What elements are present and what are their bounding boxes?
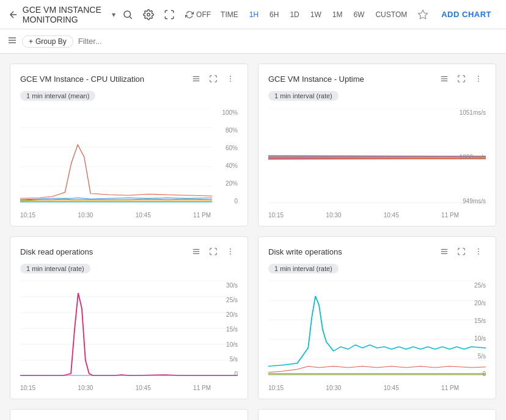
interval-text-disk-read-ops: 1 min interval (rate) (20, 264, 90, 273)
y-labels-cpu: 100% 80% 60% 40% 20% 0 (211, 108, 238, 206)
chart-more-icon-disk-write-ops[interactable] (471, 244, 486, 259)
chart-title-disk-write-ops: Disk write operations (268, 247, 342, 256)
chart-area-uptime: 1051ms/s 1000ms/s 949ms/s (268, 108, 486, 206)
chart-expand-icon-uptime[interactable] (454, 71, 469, 86)
chart-area-cpu: 100% 80% 60% 40% 20% 0 (20, 108, 238, 206)
chart-more-icon-disk-write-bytes[interactable] (471, 417, 486, 420)
chart-expand-icon-disk-write-bytes[interactable] (454, 417, 469, 420)
toolbar-icons (118, 5, 179, 24)
svg-point-45 (478, 253, 479, 255)
svg-point-10 (230, 78, 231, 79)
time-btn-1m[interactable]: 1M (328, 8, 348, 21)
time-btn-custom[interactable]: CUSTOM (370, 8, 412, 21)
filter-input[interactable] (78, 37, 499, 46)
refresh-label: OFF (196, 10, 211, 19)
chart-header-icons-disk-write-ops (437, 244, 486, 259)
svg-point-11 (230, 81, 231, 82)
group-by-button[interactable]: + Group By (22, 35, 73, 48)
x-labels-cpu: 10:15 10:30 10:45 11 PM (20, 212, 238, 219)
chart-area-disk-read-ops: 30/s 25/s 20/s 15/s 10/s 5/s 0 (20, 281, 238, 378)
chart-svg-uptime (268, 108, 486, 206)
chart-card-disk-read-ops: Disk read operations 1 min interval (rat… (10, 236, 248, 399)
time-btn-6w[interactable]: 6W (348, 8, 369, 21)
interval-text-cpu: 1 min interval (mean) (20, 91, 95, 101)
favorite-button[interactable] (413, 5, 433, 24)
chart-header-uptime: GCE VM Instance - Uptime (268, 71, 486, 86)
chart-header-cpu: GCE VM Instance - CPU Utilization (20, 71, 238, 86)
svg-point-43 (478, 248, 479, 250)
chart-list-icon-disk-write-ops[interactable] (437, 244, 452, 259)
chart-more-icon-disk-read-bytes[interactable] (223, 417, 238, 420)
group-by-label: Group By (35, 37, 67, 46)
dashboard: GCE VM Instance - CPU Utilization 1 min … (0, 54, 506, 420)
svg-marker-2 (419, 10, 428, 18)
chart-svg-disk-write-ops (268, 281, 486, 378)
chart-list-icon-uptime[interactable] (437, 71, 452, 86)
y-labels-disk-read-ops: 30/s 25/s 20/s 15/s 10/s 5/s 0 (211, 281, 238, 378)
refresh-button[interactable]: OFF (182, 5, 215, 24)
chart-list-icon-cpu[interactable] (189, 71, 204, 86)
chart-title-uptime: GCE VM Instance - Uptime (268, 74, 364, 84)
interval-badge-cpu: 1 min interval (mean) (20, 91, 238, 101)
settings-button[interactable] (139, 5, 158, 24)
chart-header-icons-cpu (189, 71, 238, 86)
x-labels-disk-write-ops: 10:15 10:30 10:45 11 PM (268, 385, 486, 391)
add-chart-button[interactable]: ADD CHART (434, 6, 499, 23)
chart-area-disk-write-ops: 25/s 20/s 15/s 10/s 5/s 0 (268, 281, 486, 378)
chart-card-cpu: GCE VM Instance - CPU Utilization 1 min … (10, 63, 248, 226)
chart-header-icons-uptime (437, 71, 486, 86)
chart-card-disk-write-bytes: Disk write bytes 1 min interval (rate) 1… (258, 409, 496, 420)
time-btn-time[interactable]: TIME (216, 8, 243, 21)
menu-icon[interactable] (7, 35, 17, 48)
interval-badge-disk-read-ops: 1 min interval (rate) (20, 264, 238, 273)
chart-header-disk-write-bytes: Disk write bytes (268, 417, 486, 420)
chart-list-icon-disk-read-ops[interactable] (189, 244, 204, 259)
chart-title-disk-read-ops: Disk read operations (20, 247, 93, 256)
svg-point-9 (230, 76, 231, 77)
chart-svg-cpu (20, 108, 238, 206)
time-btn-6h[interactable]: 6H (265, 8, 284, 21)
chart-expand-icon-cpu[interactable] (206, 71, 221, 86)
chart-card-disk-write-ops: Disk write operations 1 min interval (ra… (258, 236, 496, 399)
svg-point-44 (478, 251, 479, 252)
y-labels-disk-write-ops: 25/s 20/s 15/s 10/s 5/s 0 (459, 281, 486, 378)
chart-title-cpu: GCE VM Instance - CPU Utilization (20, 74, 144, 84)
chart-card-disk-read-bytes: Disk read bytes 1 min interval (rate) 12… (10, 409, 248, 420)
chart-more-icon-uptime[interactable] (471, 71, 486, 86)
chart-header-icons-disk-read-bytes (189, 417, 238, 420)
interval-badge-uptime: 1 min interval (rate) (268, 91, 486, 101)
svg-point-22 (478, 78, 479, 79)
svg-point-21 (478, 76, 479, 77)
interval-text-uptime: 1 min interval (rate) (268, 91, 339, 101)
svg-point-32 (230, 253, 231, 255)
chart-list-icon-disk-write-bytes[interactable] (437, 417, 452, 420)
chart-header-icons-disk-read-ops (189, 244, 238, 259)
svg-point-1 (147, 13, 150, 16)
y-labels-uptime: 1051ms/s 1000ms/s 949ms/s (459, 108, 486, 206)
group-by-plus: + (29, 37, 33, 46)
x-labels-uptime: 10:15 10:30 10:45 11 PM (268, 212, 486, 219)
chart-expand-icon-disk-read-bytes[interactable] (206, 417, 221, 420)
back-button[interactable] (7, 5, 20, 24)
chart-header-disk-write-ops: Disk write operations (268, 244, 486, 259)
interval-text-disk-write-ops: 1 min interval (rate) (268, 264, 339, 273)
svg-point-0 (124, 11, 131, 18)
dropdown-icon[interactable]: ▾ (112, 10, 116, 19)
chart-list-icon-disk-read-bytes[interactable] (189, 417, 204, 420)
chart-more-icon-cpu[interactable] (223, 71, 238, 86)
toolbar: GCE VM INSTANCE MONITORING ▾ (0, 0, 506, 29)
time-btn-1d[interactable]: 1D (285, 8, 304, 21)
svg-point-30 (230, 248, 231, 250)
chart-header-icons-disk-write-bytes (437, 417, 486, 420)
chart-svg-disk-read-ops (20, 281, 238, 378)
chart-expand-icon-disk-write-ops[interactable] (454, 244, 469, 259)
fullscreen-button[interactable] (160, 5, 179, 24)
dashboard-title[interactable]: GCE VM INSTANCE MONITORING ▾ (23, 5, 116, 24)
search-button[interactable] (118, 5, 138, 24)
svg-point-31 (230, 251, 231, 252)
chart-expand-icon-disk-read-ops[interactable] (206, 244, 221, 259)
time-btn-1w[interactable]: 1W (306, 8, 326, 21)
filter-bar: + Group By (0, 29, 506, 54)
chart-more-icon-disk-read-ops[interactable] (223, 244, 238, 259)
time-btn-1h[interactable]: 1H (244, 8, 263, 21)
